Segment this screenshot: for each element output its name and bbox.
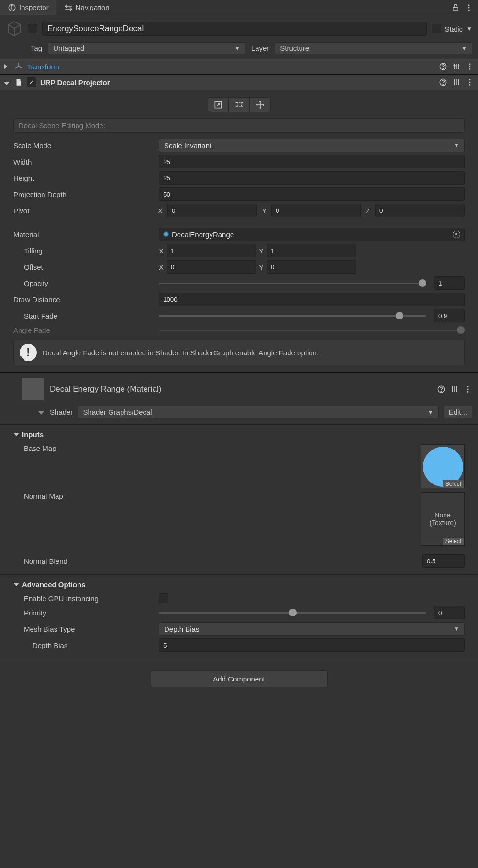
warning-icon: ! [20,344,37,361]
tool-scale-button[interactable] [208,97,229,112]
inputs-section[interactable]: Inputs [13,429,465,440]
tab-navigation[interactable]: Navigation [56,0,117,15]
layer-dropdown[interactable]: Structure ▼ [275,42,472,54]
normal-blend-input[interactable] [422,554,465,568]
offset-y-input[interactable] [267,260,356,274]
depth-bias-input[interactable] [159,638,465,652]
gameobject-icon [6,20,23,37]
svg-point-2 [11,5,12,6]
mesh-bias-type-label: Mesh Bias Type [13,625,159,633]
start-fade-input[interactable] [434,309,465,322]
width-label: Width [13,158,159,166]
gameobject-name-input[interactable] [42,22,427,36]
tab-label: Navigation [76,3,110,11]
offset-x-input[interactable] [167,260,256,274]
preset-icon[interactable] [452,78,461,87]
more-icon[interactable] [466,62,474,71]
svg-point-42 [467,391,469,393]
angle-fade-label: Angle Fade [13,326,159,334]
scale-mode-label: Scale Mode [13,142,159,150]
preset-icon[interactable] [450,385,459,394]
more-icon[interactable] [466,78,474,87]
help-icon[interactable] [439,78,447,87]
projection-depth-label: Projection Depth [13,190,159,198]
more-icon[interactable] [464,385,472,394]
tilling-x-input[interactable] [167,244,256,257]
priority-input[interactable] [434,606,465,619]
svg-point-28 [469,84,471,86]
pivot-z-input[interactable] [375,204,465,217]
component-enabled-checkbox[interactable] [27,77,36,87]
draw-distance-label: Draw Distance [13,296,159,304]
width-input[interactable] [159,155,465,168]
decal-foldout[interactable] [4,78,11,87]
mesh-bias-type-dropdown[interactable]: Depth Bias ▼ [159,622,465,636]
help-icon[interactable] [439,62,447,71]
pivot-x-input[interactable] [167,204,257,217]
static-dropdown[interactable]: ▼ [467,25,472,32]
normal-map-label: Normal Map [13,492,421,500]
opacity-slider[interactable] [159,278,426,288]
tilling-y-input[interactable] [267,244,356,257]
svg-point-6 [468,9,470,11]
object-picker-icon[interactable] [453,231,460,238]
svg-point-22 [443,84,444,85]
static-checkbox[interactable] [432,24,441,33]
shader-dropdown[interactable]: Shader Graphs/Decal ▼ [78,406,438,418]
pivot-label: Pivot [13,207,156,215]
draw-distance-input[interactable] [159,293,465,306]
svg-point-26 [469,79,471,80]
advanced-options-section[interactable]: Advanced Options [13,579,465,591]
pivot-y-input[interactable] [271,204,361,217]
svg-line-9 [15,66,19,68]
more-icon[interactable] [465,3,473,12]
svg-rect-30 [237,103,241,107]
static-label: Static [445,25,463,33]
height-input[interactable] [159,171,465,185]
svg-point-36 [441,391,442,392]
material-title: Decal Energy Range (Material) [50,385,431,394]
scale-mode-dropdown[interactable]: Scale Invariant ▼ [159,139,465,152]
opacity-label: Opacity [13,279,159,287]
normal-blend-label: Normal Blend [13,557,159,565]
shader-foldout[interactable] [38,408,45,416]
start-fade-slider[interactable] [159,311,426,320]
depth-bias-label: Depth Bias [13,641,159,649]
tool-move-button[interactable] [250,97,271,112]
base-map-texture[interactable]: Select [421,444,465,488]
normal-map-texture[interactable]: None (Texture) Select [421,492,465,546]
material-field[interactable]: DecalEnergyRange [159,228,465,241]
gpu-instancing-checkbox[interactable] [159,593,168,603]
tag-dropdown[interactable]: Untagged ▼ [48,42,245,54]
tab-label: Inspector [19,3,49,11]
svg-rect-3 [453,7,458,11]
gameobject-enabled-checkbox[interactable] [28,24,37,33]
material-icon [163,231,169,237]
tab-inspector[interactable]: Inspector [0,0,56,15]
svg-point-20 [469,68,471,70]
tool-crop-button[interactable] [229,97,250,112]
lock-icon[interactable] [451,3,460,12]
add-component-button[interactable]: Add Component [151,670,328,687]
transform-icon [14,62,23,71]
info-text: Decal Angle Fade is not enabled in Shade… [43,349,319,357]
help-icon[interactable] [437,385,445,394]
transform-foldout[interactable] [4,63,11,71]
svg-point-5 [468,7,470,8]
select-button[interactable]: Select [443,480,464,488]
edit-shader-button[interactable]: Edit... [444,406,472,418]
decal-title: URP Decal Projector [40,78,435,87]
start-fade-label: Start Fade [13,312,159,320]
svg-line-8 [19,66,22,68]
opacity-input[interactable] [434,276,465,290]
preset-icon[interactable] [452,62,461,71]
layer-label: Layer [251,44,269,52]
transform-title[interactable]: Transform [27,63,435,71]
priority-slider[interactable] [159,608,426,617]
select-button[interactable]: Select [443,538,464,545]
tilling-label: Tilling [13,247,159,255]
base-map-label: Base Map [13,444,421,452]
offset-label: Offset [13,263,159,271]
svg-point-19 [469,66,471,67]
projection-depth-input[interactable] [159,187,465,201]
